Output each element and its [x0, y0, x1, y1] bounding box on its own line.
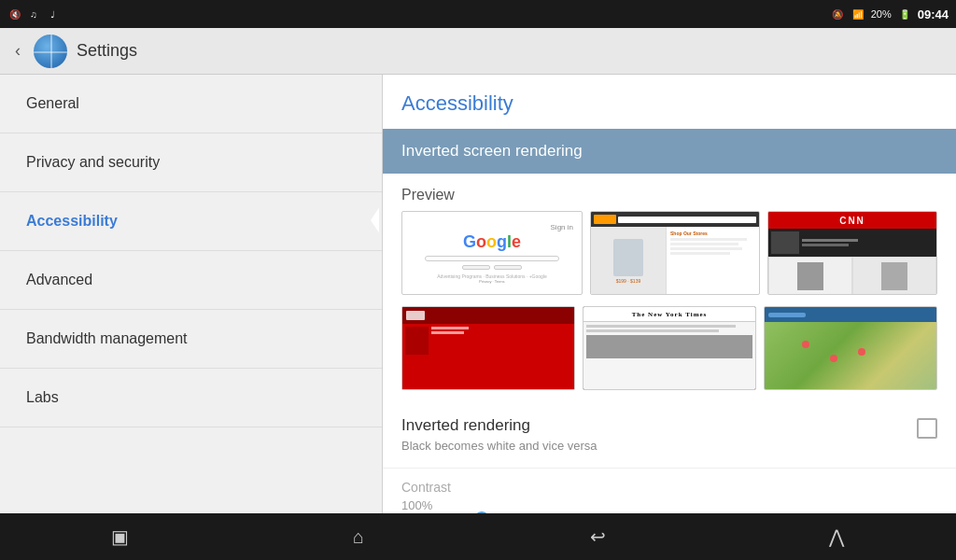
render-description: Black becomes white and vice versa: [401, 439, 598, 453]
detail-2: [670, 243, 738, 245]
sidebar-item-accessibility[interactable]: Accessibility: [0, 192, 382, 251]
sidebar-label-labs: Labs: [26, 389, 59, 406]
google-logo: Google: [463, 232, 521, 252]
contrast-label: Contrast: [401, 480, 937, 495]
google-privacy: Privacy · Terms: [479, 279, 504, 284]
page-title: Settings: [77, 41, 137, 61]
amazon-headline: Shop Our Stores: [670, 231, 755, 236]
sidebar-item-general[interactable]: General: [0, 75, 382, 133]
no-sound-icon: 🔇: [7, 7, 22, 21]
menu-button[interactable]: ⋀: [808, 518, 865, 555]
preview-area-2: The New York Times: [383, 306, 956, 401]
cnn-img3: [881, 262, 907, 290]
cnn-story2: [768, 257, 852, 295]
recent-apps-button[interactable]: ▣: [91, 518, 148, 555]
bottom-bar: ▣ ⌂ ↩ ⋀: [0, 513, 956, 560]
google-search-btn: [462, 265, 490, 270]
detail-3: [670, 247, 742, 250]
recent-apps-icon: ▣: [111, 525, 129, 548]
nyt-preview: The New York Times: [583, 306, 756, 390]
cnn-story3: [852, 257, 936, 295]
back-nav-button[interactable]: ↩: [569, 518, 626, 555]
home-button[interactable]: ⌂: [330, 518, 387, 555]
preview-nav: Sign in: [408, 222, 576, 232]
news1-line2: [431, 331, 464, 334]
cnn-header: CNN: [768, 212, 936, 229]
home-icon: ⌂: [353, 526, 364, 548]
map-body: [765, 322, 936, 390]
sidebar-label-accessibility: Accessibility: [26, 213, 118, 230]
news1-body: [402, 324, 574, 389]
sidebar-label-advanced: Advanced: [26, 272, 92, 288]
mute-icon: 🔕: [830, 7, 845, 21]
title-bar: ‹ Settings: [0, 28, 956, 75]
content-area: Accessibility Inverted screen rendering …: [383, 75, 956, 513]
nyt-header: The New York Times: [583, 307, 755, 322]
status-bar-left: 🔇 ♫ ♩: [7, 7, 60, 21]
render-text: Inverted rendering Black becomes white a…: [401, 416, 598, 453]
menu-icon: ⋀: [829, 525, 844, 548]
google-buttons: [462, 265, 522, 270]
news1-header: [402, 307, 574, 324]
cnn-main-story: [768, 229, 936, 257]
status-bar: 🔇 ♫ ♩ 🔕 📶 20% 🔋 09:44: [0, 0, 956, 28]
contrast-section: Contrast 100%: [383, 469, 956, 513]
cnn-logo: CNN: [839, 216, 865, 226]
detail-1: [670, 238, 747, 241]
cnn-preview: CNN: [767, 211, 937, 295]
status-bar-right: 🔕 📶 20% 🔋 09:44: [830, 7, 949, 21]
content-title: Accessibility: [383, 75, 956, 129]
preview-label: Preview: [383, 174, 956, 211]
nyt-line2: [586, 329, 719, 332]
news1-line: [431, 327, 469, 329]
map-header: [765, 307, 936, 322]
inverted-rendering-checkbox[interactable]: [917, 418, 937, 439]
wifi-icon: 📶: [851, 7, 865, 21]
browser-logo: [34, 35, 67, 68]
news1-img: [405, 327, 429, 355]
kindle-price: $199 · $139: [616, 278, 640, 284]
nyt-line1: [586, 325, 736, 328]
cnn-line2: [802, 244, 849, 246]
amazon-body: $199 · $139 Shop Our Stores: [591, 227, 759, 295]
amazon-header: [591, 212, 759, 227]
render-title: Inverted rendering: [401, 416, 598, 435]
kindle-img: [613, 239, 643, 276]
preview-area: Sign in Google Advertising Programs · Bu…: [383, 211, 956, 306]
sidebar: General Privacy and security Accessibili…: [0, 75, 383, 513]
sidebar-item-labs[interactable]: Labs: [0, 369, 382, 427]
amazon-logo: [594, 215, 616, 224]
battery-percentage: 20%: [871, 8, 892, 20]
google-lucky-btn: [494, 265, 522, 270]
back-nav-icon: ↩: [590, 525, 606, 548]
nyt-content: [583, 322, 755, 390]
sidebar-label-privacy: Privacy and security: [26, 154, 160, 171]
google-searchbar: [425, 256, 559, 261]
sidebar-item-privacy[interactable]: Privacy and security: [0, 133, 382, 192]
amazon-product-img: $199 · $139: [591, 227, 667, 295]
nyt-img: [586, 335, 752, 358]
news1-text: [431, 327, 469, 334]
cnn-content: [768, 229, 936, 295]
cnn-text: [802, 239, 858, 246]
sidebar-label-general: General: [26, 95, 79, 112]
amazon-preview: $199 · $139 Shop Our Stores: [590, 211, 760, 295]
google-preview: Sign in Google Advertising Programs · Bu…: [401, 211, 583, 295]
news-preview-1: [401, 306, 575, 390]
cnn-line1: [802, 239, 858, 242]
contrast-value: 100%: [401, 498, 937, 512]
music-icon: ♫: [26, 7, 41, 21]
clock: 09:44: [918, 7, 949, 21]
main-layout: General Privacy and security Accessibili…: [0, 75, 956, 513]
section-header: Inverted screen rendering: [383, 129, 956, 174]
map-pin1: [802, 341, 809, 348]
cnn-img2: [797, 262, 823, 290]
sidebar-item-advanced[interactable]: Advanced: [0, 251, 382, 310]
battery-icon: 🔋: [897, 7, 912, 21]
nyt-logo: The New York Times: [632, 311, 708, 318]
map-pin3: [858, 348, 865, 356]
detail-4: [670, 252, 730, 255]
amazon-search: [618, 217, 756, 223]
sidebar-item-bandwidth[interactable]: Bandwidth management: [0, 310, 382, 369]
back-button[interactable]: ‹: [11, 37, 24, 64]
